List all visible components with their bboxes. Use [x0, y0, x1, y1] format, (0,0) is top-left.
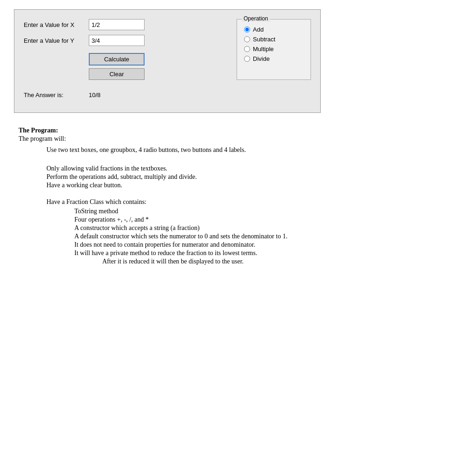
answer-row: The Answer is: 10/8 [24, 92, 311, 98]
y-label: Enter a Value for Y [24, 37, 89, 44]
fraction-point-3: A constructor which accepts a string (a … [19, 224, 462, 232]
desc-point-4: Have a working clear button. [19, 182, 462, 189]
desc-point-2: Only allowing valid fractions in the tex… [19, 165, 462, 172]
fraction-point-4: A default constructor which sets the num… [19, 233, 462, 240]
radio-multiple-label: Multiple [253, 46, 274, 53]
fraction-class-heading: Have a Fraction Class which contains: [19, 198, 462, 206]
answer-value: 10/8 [89, 92, 100, 98]
desc-point-spacer [19, 156, 462, 163]
radio-divide-label: Divide [253, 55, 270, 62]
desc-point-3: Perform the operations add, subtract, mu… [19, 173, 462, 181]
description-section: The Program: The program will: Use two t… [14, 127, 462, 265]
radio-add-label: Add [253, 26, 264, 33]
x-input[interactable] [89, 19, 145, 30]
app-window: Enter a Value for X Enter a Value for Y … [14, 9, 321, 113]
desc-intro: The program will: [19, 135, 462, 143]
radio-add[interactable]: Add [244, 26, 304, 33]
radio-divide[interactable]: Divide [244, 55, 304, 62]
clear-button[interactable]: Clear [89, 68, 145, 80]
fraction-point-1: ToString method [19, 208, 462, 215]
answer-label: The Answer is: [24, 92, 89, 98]
y-input[interactable] [89, 35, 145, 46]
fraction-point-5: It does not need to contain properties f… [19, 241, 462, 249]
operation-legend: Operation [242, 15, 270, 22]
calculate-button[interactable]: Calculate [89, 53, 145, 66]
fraction-point-6: It will have a private method to reduce … [19, 249, 462, 257]
desc-heading: The Program: [19, 127, 462, 134]
radio-subtract[interactable]: Subtract [244, 36, 304, 43]
left-section: Enter a Value for X Enter a Value for Y … [24, 19, 227, 80]
operation-groupbox: Operation Add Subtract Multiple Divide [237, 19, 311, 80]
fraction-point-7: After it is reduced it will then be disp… [19, 258, 462, 265]
y-field-row: Enter a Value for Y [24, 35, 227, 46]
radio-subtract-label: Subtract [253, 36, 275, 43]
x-label: Enter a Value for X [24, 21, 89, 28]
buttons-area: Calculate Clear [89, 53, 145, 80]
radio-multiple[interactable]: Multiple [244, 46, 304, 53]
desc-point-1: Use two text boxes, one groupbox, 4 radi… [19, 146, 462, 154]
fraction-point-2: Four operations +, -, /, and * [19, 216, 462, 223]
form-area: Enter a Value for X Enter a Value for Y … [24, 19, 311, 80]
x-field-row: Enter a Value for X [24, 19, 227, 30]
